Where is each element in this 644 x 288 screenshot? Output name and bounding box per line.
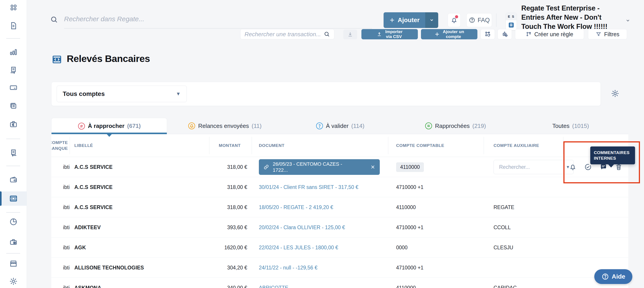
cell-compte-comptable: 4710000 +1 bbox=[396, 177, 481, 197]
aux-search-input[interactable]: Rechercher...▼ bbox=[494, 160, 574, 174]
store-icon[interactable] bbox=[9, 259, 18, 268]
invoice-out-icon[interactable] bbox=[9, 148, 18, 157]
global-search-input[interactable]: Rechercher dans Regate... bbox=[64, 15, 144, 23]
chevron-down-icon bbox=[429, 17, 435, 23]
tab-label: À rapprocher bbox=[88, 123, 124, 130]
add-button-label: Ajouter bbox=[398, 16, 420, 24]
table-settings-gear-icon[interactable] bbox=[611, 89, 620, 98]
col-header-montant: MONTANT bbox=[219, 134, 241, 157]
pie-chart-icon[interactable] bbox=[9, 217, 18, 226]
avatar[interactable]: E S bbox=[506, 12, 516, 30]
compte-auxiliaire-text: CLESJU bbox=[494, 245, 513, 251]
tab--valider[interactable]: À valider (114) bbox=[282, 118, 398, 134]
cell-libelle: AGK bbox=[74, 238, 206, 258]
table-row[interactable]: ibti A.C.S SERVICE 318,00 € 18/05/20 - R… bbox=[51, 197, 628, 217]
wallet-icon[interactable] bbox=[9, 175, 18, 184]
document-link[interactable]: ABRICOTTE bbox=[259, 285, 288, 288]
document-link[interactable]: 24/11/22 - null - -129,56 € bbox=[259, 265, 318, 271]
run-rules-button[interactable] bbox=[480, 29, 495, 39]
assets-briefcase-icon[interactable] bbox=[9, 238, 18, 247]
invoice-in-icon[interactable] bbox=[9, 65, 18, 74]
accounts-select[interactable]: Tous comptes ▼ bbox=[57, 86, 187, 102]
header-divider bbox=[252, 137, 252, 154]
active-tab-pointer bbox=[107, 134, 112, 137]
unlink-close-icon[interactable] bbox=[370, 164, 375, 169]
table-row[interactable]: ibti ALLISONE TECHNOLOGIES 304,20 € 24/1… bbox=[51, 258, 628, 278]
cell-montant: 340,00 € bbox=[209, 278, 247, 288]
cell-libelle: ASKMONA bbox=[74, 278, 206, 288]
tab-toutes[interactable]: Toutes (1015) bbox=[513, 118, 628, 134]
internal-comments-tooltip: COMMENTAIRESINTERNES bbox=[590, 146, 635, 164]
compte-comptable-chip[interactable]: 4110000 bbox=[396, 162, 424, 172]
upload-icon bbox=[377, 31, 382, 37]
delete-trash-icon[interactable] bbox=[615, 163, 622, 171]
table-row[interactable]: ibti ADIKTEEV 393,60 € 20/02/24 - Clara … bbox=[51, 217, 628, 238]
tab-count: (114) bbox=[351, 123, 364, 130]
cell-libelle: ADIKTEEV bbox=[74, 217, 206, 238]
create-rule-label: Créer une règle bbox=[534, 31, 573, 38]
reminder-bell-icon[interactable] bbox=[569, 163, 576, 171]
sidebar-divider bbox=[6, 38, 20, 39]
filters-button[interactable]: Filtres bbox=[588, 29, 627, 39]
compte-comptable-text: 4710000 +1 bbox=[396, 265, 424, 271]
table-row[interactable]: ibti A.C.S SERVICE 318,00 € 26/05/23 - C… bbox=[51, 157, 628, 177]
validate-check-icon[interactable] bbox=[584, 163, 592, 171]
download-button[interactable] bbox=[343, 29, 357, 39]
tab-rapproch-es[interactable]: Rapprochées (219) bbox=[398, 118, 513, 134]
notifications-button[interactable] bbox=[448, 13, 460, 27]
cell-compte-auxiliaire: ▼ CARIDAC bbox=[494, 278, 574, 288]
add-button-caret[interactable] bbox=[425, 12, 438, 28]
cell-bank-account: ibti bbox=[51, 258, 73, 278]
compte-comptable-text: 4710000 +1 bbox=[396, 184, 424, 190]
create-rule-button[interactable]: Créer une règle bbox=[515, 29, 584, 39]
faq-button[interactable]: FAQ bbox=[466, 13, 492, 27]
app-screen: Rechercher dans Regate... Ajouter FAQ E … bbox=[0, 0, 644, 288]
status-tabs: À rapprocher (671) Relances envoyées (11… bbox=[51, 118, 628, 134]
cell-document: 20/02/24 - Clara OLLIVIER - 125,00 € bbox=[259, 217, 386, 238]
sidebar bbox=[0, 0, 27, 288]
help-button[interactable]: Aide bbox=[594, 269, 632, 284]
help-label: Aide bbox=[612, 273, 626, 280]
accounts-select-value: Tous comptes bbox=[63, 90, 176, 98]
transaction-search-input[interactable]: Rechercher une transaction... bbox=[240, 29, 334, 39]
auto-match-robot-button[interactable] bbox=[498, 29, 512, 39]
document-link[interactable]: 22/02/24 - LES JULES - 1800,00 € bbox=[259, 245, 338, 251]
dashboard-icon[interactable] bbox=[9, 3, 18, 12]
document-link[interactable]: 30/01/24 - Client FR sans SIRET - 317,50… bbox=[259, 184, 358, 190]
document-icon[interactable] bbox=[9, 21, 18, 30]
bank-statements-icon[interactable] bbox=[9, 194, 18, 203]
table-row[interactable]: ibti AGK 1620,00 € 22/02/24 - LES JULES … bbox=[51, 238, 628, 258]
cell-compte-comptable: 4110000 bbox=[396, 197, 481, 217]
cell-montant: 318,00 € bbox=[209, 177, 247, 197]
cell-compte-comptable: 4710000 +1 bbox=[396, 258, 481, 278]
settings-gear-icon[interactable] bbox=[9, 277, 18, 286]
internal-comments-icon[interactable] bbox=[600, 163, 607, 171]
add-button[interactable]: Ajouter bbox=[384, 12, 438, 28]
cell-document: 22/02/24 - LES JULES - 1800,00 € bbox=[259, 238, 386, 258]
add-button-main[interactable]: Ajouter bbox=[384, 12, 425, 28]
tab-relances-envoy-es[interactable]: Relances envoyées (11) bbox=[167, 118, 282, 134]
table-row[interactable]: ibti ASKMONA 340,00 € ABRICOTTE 4110000 … bbox=[51, 278, 628, 288]
import-csv-button[interactable]: Importervia CSV bbox=[362, 29, 418, 39]
cell-compte-auxiliaire: Rechercher...▼ bbox=[494, 157, 574, 177]
topbar-divider bbox=[496, 13, 496, 27]
filter-funnel-icon bbox=[596, 31, 602, 37]
compte-comptable-text: 4710000 +1 bbox=[396, 225, 424, 231]
table-row[interactable]: ibti A.C.S SERVICE 318,00 € 30/01/24 - C… bbox=[51, 177, 628, 197]
company-logo-icon bbox=[506, 20, 516, 29]
header-divider bbox=[484, 137, 484, 154]
document-link[interactable]: 20/02/24 - Clara OLLIVIER - 125,00 € bbox=[259, 225, 345, 231]
notification-badge bbox=[455, 15, 458, 18]
organization-switcher-chevron[interactable] bbox=[625, 17, 631, 24]
sidebar-divider bbox=[6, 253, 20, 254]
expenses-euro-icon[interactable] bbox=[9, 120, 18, 129]
document-link[interactable]: 18/05/20 - REGATE - 2 419,20 € bbox=[259, 204, 333, 210]
tab--rapprocher[interactable]: À rapprocher (671) bbox=[51, 118, 167, 134]
cell-compte-auxiliaire: ▼ REGATE bbox=[494, 197, 574, 217]
document-chip[interactable]: 26/05/23 - CENTOMO CAZES -1722... bbox=[259, 159, 380, 175]
documents-stack-icon[interactable] bbox=[9, 102, 18, 111]
cell-compte-comptable: 4710000 +1 bbox=[396, 217, 481, 238]
card-icon[interactable] bbox=[9, 83, 18, 92]
bar-chart-icon[interactable] bbox=[9, 48, 18, 57]
add-account-button[interactable]: Ajouter uncompte bbox=[421, 29, 478, 39]
